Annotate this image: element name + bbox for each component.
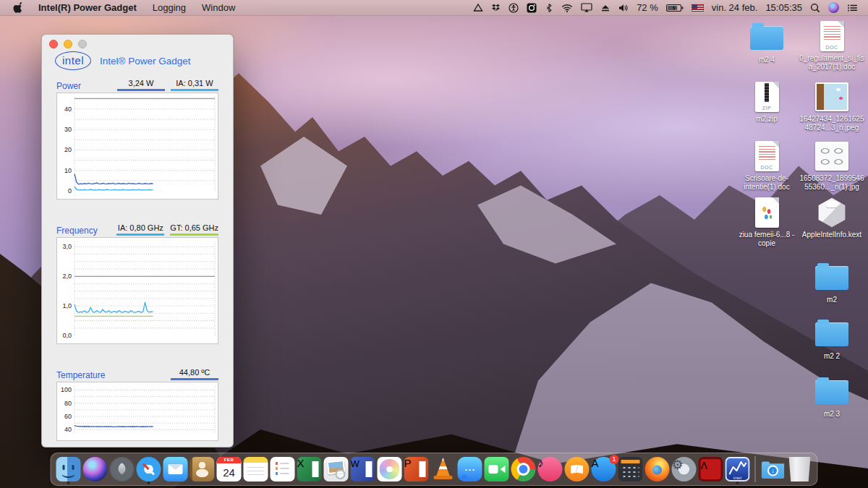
- svg-text:3,0: 3,0: [62, 243, 72, 250]
- section-label-frequency: Frequency: [56, 226, 111, 236]
- dock-ibooks-icon[interactable]: [565, 457, 590, 481]
- dock-downloads-icon[interactable]: ↓: [761, 457, 786, 481]
- dock: FEB241intel↓: [51, 453, 818, 486]
- running-indicator: [736, 481, 739, 484]
- desktop-icon-m2[interactable]: m2: [799, 262, 865, 304]
- dock-reminders-icon[interactable]: [271, 457, 295, 481]
- section-power-value-1: IA: 0,31 W: [171, 79, 218, 91]
- desktop-icon-m2-zip[interactable]: ZIPm2.zip: [733, 81, 800, 124]
- menu-time[interactable]: 15:05:35: [765, 2, 802, 13]
- airplay-icon[interactable]: [581, 3, 592, 12]
- doc-icon: DOC: [820, 20, 844, 52]
- dock-vlc-icon[interactable]: [431, 457, 456, 481]
- svg-text:1,0: 1,0: [62, 302, 72, 309]
- bluetooth-icon[interactable]: [545, 3, 553, 13]
- svg-text:100: 100: [61, 386, 72, 393]
- battery-percent[interactable]: 72 %: [637, 2, 658, 13]
- dock-siri-icon[interactable]: [83, 457, 108, 481]
- desktop-icon-label: Scrisoare-de-intentie(1).doc: [733, 174, 800, 192]
- dock-appstore-icon[interactable]: 1: [592, 457, 616, 481]
- battery-icon[interactable]: [666, 4, 684, 12]
- volume-icon[interactable]: [618, 4, 629, 12]
- dock-messages-icon[interactable]: [458, 457, 482, 481]
- intelpg-logo-text: intel: [726, 476, 750, 480]
- section-frequency-value-0: IA: 0,80 GHz: [116, 223, 164, 236]
- folder-icon: [750, 22, 783, 53]
- dock-contacts-icon[interactable]: [190, 457, 215, 481]
- menu-date[interactable]: vin. 24 feb.: [712, 2, 758, 13]
- dropbox-icon[interactable]: [491, 4, 501, 12]
- svg-text:20: 20: [64, 146, 72, 153]
- close-button[interactable]: [49, 40, 58, 48]
- svg-text:60: 60: [64, 413, 72, 420]
- svg-text:2,0: 2,0: [62, 273, 72, 280]
- desktop-icon-label: 16508372_189954655360..._n(1).jpg: [799, 174, 865, 192]
- download-arrow-icon: ↓: [767, 465, 778, 476]
- us-flag-icon[interactable]: [692, 4, 704, 12]
- section-temperature: Temperature44,80 ºC406080100: [56, 366, 218, 441]
- dock-word-icon[interactable]: [351, 457, 375, 481]
- menu-window[interactable]: Window: [202, 2, 235, 13]
- wifi-icon[interactable]: [561, 4, 573, 12]
- desktop-icon-scrisoare-de-intentie-1-doc[interactable]: DOCScrisoare-de-intentie(1).doc: [733, 140, 800, 192]
- spotlight-icon[interactable]: [810, 3, 820, 13]
- desktop-icon-m2-4[interactable]: m2 4: [733, 22, 800, 64]
- desktop-icon-16427434-126162548724-3-n-jpeg[interactable]: 16427434_126162548724...3_n.jpeg: [799, 81, 865, 132]
- img-kids-icon: [755, 197, 779, 228]
- dock-finder-icon[interactable]: [56, 457, 81, 481]
- dock-photos-icon[interactable]: [378, 457, 402, 481]
- dock-excel-icon[interactable]: [297, 457, 322, 481]
- eject-icon[interactable]: [600, 4, 610, 12]
- camera-app-icon[interactable]: [527, 3, 537, 13]
- menu-bar: Intel(R) Power Gadget Logging Window: [0, 0, 868, 16]
- dock-chrome-icon[interactable]: [511, 457, 536, 481]
- img-comic-icon: [815, 81, 848, 113]
- desktop-icon-0-regulament-si-fisa-2017-1-doc[interactable]: DOC0_regulament_si_fisa_2017(1).doc: [799, 20, 865, 72]
- menu-logging[interactable]: Logging: [153, 2, 186, 13]
- dock-firefox-icon[interactable]: [645, 457, 670, 481]
- desktop-icon-16508372-189954655360-n-1-jpg[interactable]: 16508372_189954655360..._n(1).jpg: [799, 140, 865, 192]
- dock-mail-icon[interactable]: [163, 457, 188, 481]
- dock-trash-icon[interactable]: [788, 457, 812, 481]
- desktop-icon-m2-3[interactable]: m2 3: [799, 376, 865, 419]
- apple-menu-icon[interactable]: [13, 2, 22, 13]
- dock-intelpg-icon[interactable]: intel: [726, 457, 750, 481]
- calendar-day: 24: [217, 463, 242, 481]
- dock-itunes-icon[interactable]: [538, 457, 563, 481]
- desktop-icon-m2-2[interactable]: m2 2: [799, 318, 865, 361]
- dock-calculator-icon[interactable]: [618, 457, 643, 481]
- desktop-icon-label: AppleIntelInfo.kext: [802, 231, 861, 239]
- accessibility-icon[interactable]: [509, 3, 519, 13]
- svg-text:30: 30: [64, 126, 72, 133]
- menu-app-name[interactable]: Intel(R) Power Gadget: [38, 2, 137, 13]
- svg-text:0: 0: [68, 187, 72, 194]
- desktop-icon-label: m2 2: [824, 352, 840, 361]
- desktop-icon-ziua-femeii-6-8-copie[interactable]: ziua femeii-6...8 - copie: [733, 197, 800, 248]
- running-indicator: [148, 481, 150, 484]
- calendar-month: FEB: [217, 457, 242, 463]
- section-label-temperature: Temperature: [56, 370, 165, 380]
- google-drive-icon[interactable]: [473, 3, 483, 12]
- siri-icon[interactable]: [828, 2, 839, 13]
- dock-calendar-icon[interactable]: FEB24: [217, 457, 242, 481]
- window-title: Intel® Power Gadget: [100, 56, 191, 67]
- dock-notes-icon[interactable]: [244, 457, 268, 481]
- desktop-icon-appleintelinfo-kext[interactable]: AppleIntelInfo.kext: [799, 197, 865, 239]
- kext-icon: [817, 197, 846, 228]
- window-titlebar[interactable]: [42, 35, 233, 49]
- dock-preview-icon[interactable]: [324, 457, 349, 481]
- zip-icon: ZIP: [755, 81, 779, 113]
- section-frequency-value-1: GT: 0,65 GHz: [170, 223, 218, 236]
- dock-launchpad-icon[interactable]: [110, 457, 135, 481]
- zoom-button[interactable]: [78, 40, 87, 48]
- notification-center-icon[interactable]: [847, 4, 858, 12]
- svg-text:80: 80: [64, 400, 72, 407]
- dock-powerpoint-icon[interactable]: [404, 457, 429, 481]
- dock-safari-icon[interactable]: [137, 457, 161, 481]
- dock-acrobat-icon[interactable]: [699, 457, 723, 481]
- folder-icon: [815, 376, 848, 408]
- dock-facetime-icon[interactable]: [485, 457, 509, 481]
- minimize-button[interactable]: [64, 40, 72, 48]
- dock-sysprefs-icon[interactable]: [672, 457, 697, 481]
- folder-icon: [815, 318, 848, 350]
